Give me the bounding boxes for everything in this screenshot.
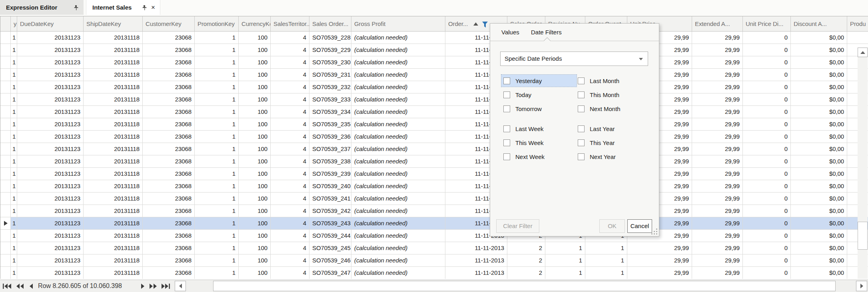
clear-filter-button[interactable]: Clear Filter — [496, 219, 539, 233]
cell-sales_order[interactable]: SO70539_240 — [309, 180, 351, 192]
cell-ship_date_key[interactable]: 20131118 — [84, 254, 143, 266]
cell-unit_price_discount[interactable]: 0 — [743, 81, 791, 93]
cell-gross_profit[interactable]: (calculation needed) — [351, 155, 445, 167]
cell-sales_territory[interactable]: 4 — [271, 106, 309, 118]
date-filter-option-last-year[interactable]: Last Year — [576, 123, 651, 135]
cell-ship_date_key[interactable]: 20131118 — [84, 44, 143, 56]
cell-discount_amount[interactable]: $0,00 — [791, 56, 847, 68]
cell-sales_order[interactable]: SO70539_243 — [309, 217, 351, 229]
cell-ship_date_key[interactable]: 20131118 — [84, 180, 143, 192]
cell-gross_profit[interactable]: (calculation needed) — [351, 93, 445, 105]
table-row[interactable]: 120131123201311182306811004SO70539_244(c… — [0, 230, 868, 242]
row-selector-cell[interactable] — [0, 143, 11, 155]
cell-sales_order[interactable]: SO70539_232 — [309, 81, 351, 93]
cell-discount_amount[interactable]: $0,00 — [791, 93, 847, 105]
row-selector-cell[interactable] — [0, 242, 11, 254]
cell-customer_key[interactable]: 23068 — [143, 193, 195, 205]
cell-ship_date_key[interactable]: 20131118 — [84, 56, 143, 68]
cell-due_date_key[interactable]: 20131123 — [17, 155, 84, 167]
cell-currency_key[interactable]: 100 — [239, 69, 271, 81]
column-header-currency_key[interactable]: CurrencyKey — [239, 16, 271, 31]
cell-customer_key[interactable]: 23068 — [143, 143, 195, 155]
cell-sales_order[interactable]: SO70539_244 — [309, 230, 351, 242]
scroll-right-button[interactable] — [856, 281, 867, 291]
cell-due_date_key[interactable]: 20131123 — [17, 131, 84, 143]
cell-gross_profit[interactable]: (calculation needed) — [351, 143, 445, 155]
cell-col_y[interactable]: 1 — [11, 32, 17, 44]
cell-discount_amount[interactable]: $0,00 — [791, 205, 847, 217]
cell-extended_amount[interactable]: 29,99 — [692, 32, 743, 44]
cell-unit_price_discount[interactable]: 0 — [743, 56, 791, 68]
cell-customer_key[interactable]: 23068 — [143, 32, 195, 44]
cell-promotion_key[interactable]: 1 — [195, 131, 239, 143]
cell-unit_price_discount[interactable]: 0 — [743, 93, 791, 105]
cell-gross_profit[interactable]: (calculation needed) — [351, 254, 445, 266]
cell-sales_territory[interactable]: 4 — [271, 69, 309, 81]
cell-sales_territory[interactable]: 4 — [271, 118, 309, 130]
cell-sales_territory[interactable]: 4 — [271, 242, 309, 254]
cell-customer_key[interactable]: 23068 — [143, 155, 195, 167]
cell-unit_price_discount[interactable]: 0 — [743, 193, 791, 205]
checkbox[interactable] — [503, 153, 510, 160]
cell-currency_key[interactable]: 100 — [239, 217, 271, 229]
cell-promotion_key[interactable]: 1 — [195, 69, 239, 81]
cell-gross_profit[interactable]: (calculation needed) — [351, 56, 445, 68]
cell-extended_amount[interactable]: 29,99 — [692, 267, 743, 279]
cell-gross_profit[interactable]: (calculation needed) — [351, 69, 445, 81]
cell-extended_amount[interactable]: 29,99 — [692, 69, 743, 81]
cell-extended_amount[interactable]: 29,99 — [692, 56, 743, 68]
cell-ship_date_key[interactable]: 20131118 — [84, 193, 143, 205]
cell-ship_date_key[interactable]: 20131118 — [84, 32, 143, 44]
scroll-left-button[interactable] — [175, 281, 186, 291]
table-row[interactable]: 120131123201311182306811004SO70539_231(c… — [0, 69, 868, 81]
cell-sales_order[interactable]: SO70539_238 — [309, 155, 351, 167]
checkbox[interactable] — [578, 139, 585, 146]
cell-currency_key[interactable]: 100 — [239, 230, 271, 242]
cell-col_y[interactable]: 1 — [11, 180, 17, 192]
cancel-button[interactable]: Cancel — [627, 219, 652, 233]
cell-unit_price_discount[interactable]: 0 — [743, 131, 791, 143]
cell-col_y[interactable]: 1 — [11, 168, 17, 180]
cell-sales_order[interactable]: SO70539_242 — [309, 205, 351, 217]
cell-unit_price_discount[interactable]: 0 — [743, 168, 791, 180]
cell-unit_price_discount[interactable]: 0 — [743, 254, 791, 266]
cell-sales_order_line[interactable]: 2 — [507, 254, 545, 266]
cell-gross_profit[interactable]: (calculation needed) — [351, 118, 445, 130]
table-row[interactable]: 120131123201311182306811004SO70539_234(c… — [0, 106, 868, 118]
cell-col_y[interactable]: 1 — [11, 254, 17, 266]
cell-customer_key[interactable]: 23068 — [143, 81, 195, 93]
cell-customer_key[interactable]: 23068 — [143, 205, 195, 217]
cell-revision_number[interactable]: 1 — [545, 254, 585, 266]
table-row[interactable]: 120131123201311182306811004SO70539_239(c… — [0, 168, 868, 180]
tab-expression-editor[interactable]: Expression Editor — [0, 0, 84, 15]
date-filter-option-tomorrow[interactable]: Tomorrow — [501, 103, 577, 115]
table-row[interactable]: 120131123201311182306811004SO70539_242(c… — [0, 205, 868, 217]
table-row[interactable]: 120131123201311182306811004SO70539_232(c… — [0, 81, 868, 93]
cell-promotion_key[interactable]: 1 — [195, 118, 239, 130]
cell-unit_price_discount[interactable]: 0 — [743, 230, 791, 242]
cell-extended_amount[interactable]: 29,99 — [692, 106, 743, 118]
cell-extended_amount[interactable]: 29,99 — [692, 230, 743, 242]
cell-unit_price_discount[interactable]: 0 — [743, 217, 791, 229]
cell-extended_amount[interactable]: 29,99 — [692, 205, 743, 217]
cell-due_date_key[interactable]: 20131123 — [17, 242, 84, 254]
cell-gross_profit[interactable]: (calculation needed) — [351, 106, 445, 118]
cell-sales_territory[interactable]: 4 — [271, 180, 309, 192]
cell-col_y[interactable]: 1 — [11, 242, 17, 254]
cell-sales_territory[interactable]: 4 — [271, 32, 309, 44]
cell-extended_amount[interactable]: 29,99 — [692, 44, 743, 56]
cell-currency_key[interactable]: 100 — [239, 180, 271, 192]
cell-discount_amount[interactable]: $0,00 — [791, 217, 847, 229]
cell-col_y[interactable]: 1 — [11, 69, 17, 81]
cell-col_y[interactable]: 1 — [11, 106, 17, 118]
cell-ship_date_key[interactable]: 20131118 — [84, 267, 143, 279]
cell-discount_amount[interactable]: $0,00 — [791, 106, 847, 118]
cell-unit_price[interactable]: 29,99 — [627, 254, 692, 266]
tab-internet-sales[interactable]: Internet Sales × — [86, 0, 160, 15]
cell-unit_price_discount[interactable]: 0 — [743, 143, 791, 155]
cell-promotion_key[interactable]: 1 — [195, 168, 239, 180]
checkbox[interactable] — [578, 153, 585, 160]
cell-unit_price_discount[interactable]: 0 — [743, 180, 791, 192]
row-selector-cell[interactable] — [0, 180, 11, 192]
table-row[interactable]: 120131123201311182306811004SO70539_233(c… — [0, 93, 868, 106]
